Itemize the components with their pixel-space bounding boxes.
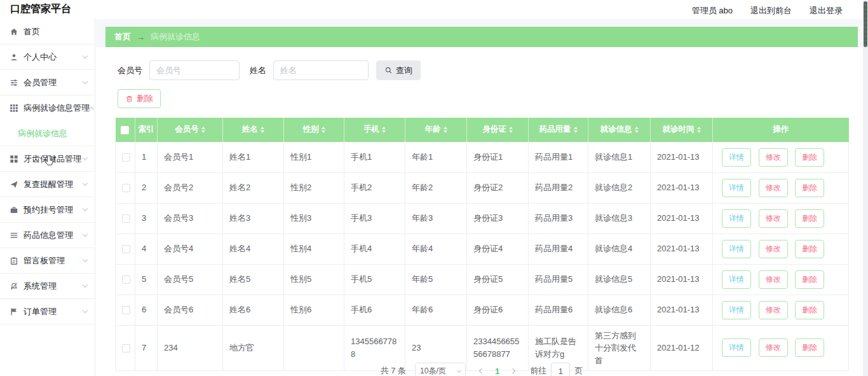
detail-button[interactable]: 详情 [722, 179, 751, 197]
edit-button[interactable]: 修改 [759, 270, 788, 289]
delete-button[interactable]: 删除 [795, 301, 824, 319]
goto-page-input[interactable] [551, 363, 570, 376]
sidebar-item-system-management[interactable]: 系统管理 [0, 274, 95, 299]
delete-button[interactable]: 删除 [795, 148, 824, 167]
search-button[interactable]: 查询 [376, 60, 421, 80]
sidebar-item-order-management[interactable]: 订单管理 [0, 299, 95, 324]
detail-button[interactable]: 详情 [722, 240, 751, 258]
filter-bar: 会员号 姓名 查询 [118, 60, 421, 80]
row-checkbox[interactable] [122, 306, 130, 314]
sort-icon[interactable] [261, 127, 264, 133]
breadcrumb-current: 病例就诊信息 [151, 31, 200, 43]
sort-icon[interactable] [382, 127, 386, 133]
edit-button[interactable]: 修改 [759, 179, 788, 197]
cell-id-card: 身份证4 [467, 233, 529, 264]
col-visit-info[interactable]: 就诊信息 [588, 118, 651, 142]
cell-id-card: 身份证6 [467, 295, 529, 325]
exit-to-front-link[interactable]: 退出到前台 [750, 5, 792, 17]
col-index[interactable]: 索引 [135, 118, 158, 142]
sidebar-item-review-reminder[interactable]: 复查提醒管理 [0, 172, 95, 197]
cell-gender: 性别2 [284, 172, 344, 203]
cell-name: 姓名1 [223, 142, 284, 172]
current-page[interactable]: 1 [495, 366, 499, 376]
col-id-card[interactable]: 身份证 [467, 118, 529, 142]
detail-button[interactable]: 详情 [722, 301, 751, 319]
edit-button[interactable]: 修改 [759, 338, 788, 357]
bulk-delete-button[interactable]: 删除 [118, 89, 161, 108]
breadcrumb-home-link[interactable]: 首页 [114, 31, 131, 43]
edit-button[interactable]: 修改 [759, 240, 788, 258]
cell-visit-info: 就诊信息5 [588, 264, 651, 295]
col-phone[interactable]: 手机 [344, 118, 405, 142]
row-checkbox[interactable] [122, 184, 130, 192]
sidebar-item-label: 系统管理 [24, 281, 83, 292]
sort-icon[interactable] [574, 127, 578, 133]
row-checkbox[interactable] [122, 344, 130, 352]
detail-button[interactable]: 详情 [722, 270, 751, 289]
col-dosage[interactable]: 药品用量 [529, 118, 588, 142]
row-checkbox[interactable] [122, 153, 130, 162]
edit-button[interactable]: 修改 [759, 209, 788, 228]
delete-button[interactable]: 删除 [795, 209, 824, 228]
col-name[interactable]: 姓名 [223, 118, 284, 142]
chevron-up-icon [89, 106, 94, 111]
sidebar-subitem-case-visit-info[interactable]: 病例就诊信息 [0, 121, 95, 146]
chevron-down-icon [83, 79, 88, 84]
select-all-checkbox[interactable] [121, 126, 129, 134]
next-page-icon[interactable] [510, 368, 515, 373]
delete-button[interactable]: 删除 [795, 179, 824, 197]
scrollbar[interactable] [863, 0, 868, 376]
sort-icon[interactable] [201, 127, 205, 133]
cell-index: 3 [135, 203, 158, 233]
search-button-label: 查询 [396, 65, 412, 76]
row-checkbox[interactable] [122, 275, 130, 284]
sidebar-item-dental-products[interactable]: 牙齿保健品管理 [0, 146, 95, 172]
cell-dosage: 药品用量2 [529, 172, 588, 203]
col-visit-date[interactable]: 就诊时间 [651, 118, 713, 142]
delete-button[interactable]: 删除 [795, 240, 824, 258]
sort-icon[interactable] [322, 127, 325, 133]
sidebar-item-case-visit-management[interactable]: 病例就诊信息管理 [0, 95, 95, 121]
col-age[interactable]: 年龄 [405, 118, 467, 142]
prev-page-icon[interactable] [479, 368, 484, 373]
table-row: 5 会员号5 姓名5 性别5 手机5 年龄5 身份证5 药品用量5 就诊信息5 … [116, 264, 849, 295]
detail-button[interactable]: 详情 [722, 148, 751, 167]
sort-icon[interactable] [509, 127, 513, 133]
name-input[interactable] [273, 60, 369, 80]
delete-button[interactable]: 删除 [795, 338, 824, 357]
sidebar-item-label: 预约挂号管理 [24, 204, 83, 216]
logout-link[interactable]: 退出登录 [810, 5, 843, 17]
squares-icon [10, 155, 18, 164]
sort-icon[interactable] [444, 127, 447, 133]
edit-button[interactable]: 修改 [759, 148, 788, 167]
detail-button[interactable]: 详情 [722, 209, 751, 228]
col-gender[interactable]: 性别 [284, 118, 344, 142]
sidebar-item-drug-info[interactable]: 药品信息管理 [0, 223, 95, 248]
member-no-input[interactable] [149, 60, 240, 80]
delete-button[interactable]: 删除 [795, 270, 824, 289]
sidebar-item-home[interactable]: 首页 [0, 19, 95, 45]
chevron-down-icon [83, 53, 88, 59]
cell-name: 姓名5 [223, 264, 284, 295]
cell-age: 年龄1 [405, 142, 467, 172]
col-member-no[interactable]: 会员号 [158, 118, 223, 142]
cell-member-no: 会员号6 [158, 295, 223, 325]
scrollbar-thumb[interactable] [864, 1, 867, 47]
sort-icon[interactable] [697, 127, 701, 133]
detail-button[interactable]: 详情 [722, 338, 751, 357]
row-checkbox[interactable] [122, 214, 130, 223]
page-size-select[interactable]: 10条/页 [415, 363, 466, 376]
bell-slash-icon [10, 282, 18, 291]
sidebar-item-message-board[interactable]: 留言板管理 [0, 248, 95, 274]
chevron-down-icon [83, 257, 88, 262]
sidebar-item-appointment-registration[interactable]: 预约挂号管理 [0, 197, 95, 223]
sort-icon[interactable] [635, 127, 639, 133]
page-size-value: 10条/页 [420, 366, 446, 376]
user-icon [10, 53, 18, 62]
sidebar-item-member-management[interactable]: 会员管理 [0, 70, 95, 95]
cell-visit-date: 2021-01-13 [651, 233, 713, 264]
sidebar-item-personal-center[interactable]: 个人中心 [0, 45, 95, 70]
edit-button[interactable]: 修改 [759, 301, 788, 319]
row-checkbox[interactable] [122, 245, 130, 253]
col-actions: 操作 [713, 118, 849, 142]
